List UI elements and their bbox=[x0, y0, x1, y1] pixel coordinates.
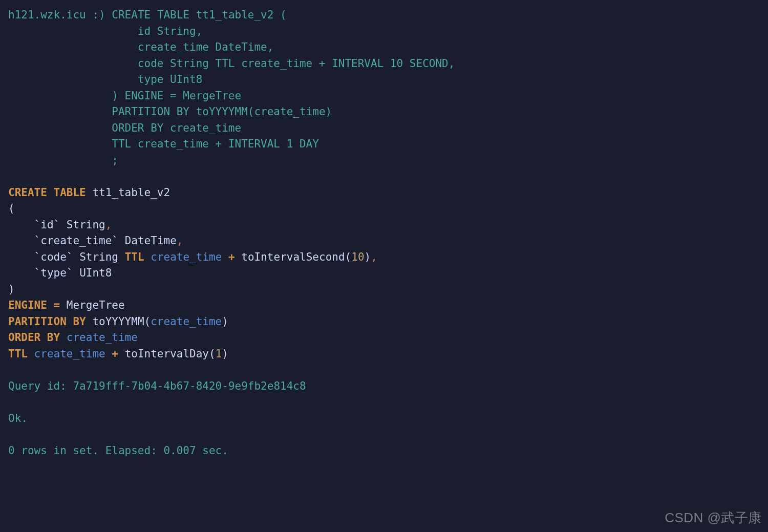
terminal-output: h121.wzk.icu :) CREATE TABLE tt1_table_v… bbox=[8, 7, 760, 459]
open-paren: ( bbox=[8, 202, 15, 215]
watermark: CSDN @武子康 bbox=[665, 508, 762, 528]
col-id: `id` bbox=[34, 219, 60, 231]
prompt-smiley: :) bbox=[86, 9, 112, 21]
kw-order: ORDER BY bbox=[8, 331, 60, 344]
kw-partition: PARTITION BY bbox=[8, 315, 86, 328]
input-line-5: ) ENGINE = MergeTree bbox=[112, 90, 241, 102]
input-line-6: PARTITION BY toYYYYMM(create_time) bbox=[112, 105, 332, 118]
col-type: `type` bbox=[34, 267, 73, 279]
input-line-2: create_time DateTime, bbox=[125, 41, 274, 53]
input-line-8: TTL create_time + INTERVAL 1 DAY bbox=[112, 138, 319, 150]
input-line-3: code String TTL create_time + INTERVAL 1… bbox=[125, 57, 455, 70]
rows-line: 0 rows in set. Elapsed: 0.007 sec. bbox=[8, 444, 228, 457]
kw-ttl: TTL bbox=[8, 348, 28, 360]
input-line-9: ; bbox=[112, 154, 118, 166]
input-line-4: type UInt8 bbox=[125, 73, 203, 86]
kw-engine: ENGINE bbox=[8, 299, 47, 311]
input-line-1: id String, bbox=[125, 25, 203, 37]
input-line-7: ORDER BY create_time bbox=[112, 122, 241, 134]
ok-line: Ok. bbox=[8, 412, 28, 424]
query-id-line: Query id: 7a719fff-7b04-4b67-8420-9e9fb2… bbox=[8, 380, 306, 392]
kw-create-table: CREATE TABLE bbox=[8, 186, 86, 199]
close-paren: ) bbox=[8, 283, 15, 295]
col-create-time: `create_time` bbox=[34, 235, 118, 247]
input-line-0: CREATE TABLE tt1_table_v2 ( bbox=[112, 9, 286, 21]
col-code: `code` bbox=[34, 251, 73, 263]
prompt-host: h121.wzk.icu bbox=[8, 9, 86, 21]
table-name: tt1_table_v2 bbox=[92, 186, 170, 199]
